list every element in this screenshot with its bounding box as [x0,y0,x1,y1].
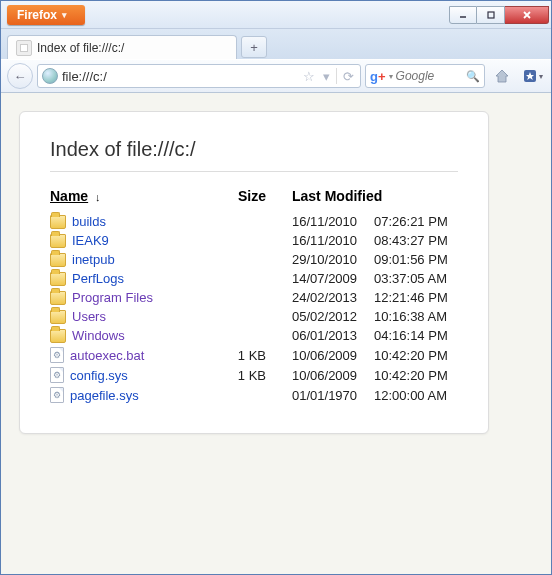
window-controls [449,6,549,24]
listing-rows: builds16/11/201007:26:21 PMIEAK916/11/20… [50,212,458,405]
bookmarks-menu-button[interactable]: ▾ [519,64,545,88]
table-row: autoexec.bat1 KB10/06/200910:42:20 PM [50,345,458,365]
maximize-icon [486,10,496,20]
column-modified-header[interactable]: Last Modified [280,188,440,204]
file-time: 08:43:27 PM [364,233,440,248]
reload-button[interactable]: ⟳ [341,69,356,84]
page-title: Index of file:///c:/ [50,138,458,172]
home-button[interactable] [489,64,515,88]
file-time: 04:16:14 PM [364,328,440,343]
url-dropdown-icon[interactable]: ▾ [321,69,332,84]
folder-icon [50,272,66,286]
file-date: 29/10/2010 [280,252,364,267]
file-time: 10:42:20 PM [364,368,440,383]
file-link[interactable]: PerfLogs [72,271,124,286]
table-row: PerfLogs14/07/200903:37:05 AM [50,269,458,288]
file-icon [50,367,64,383]
file-time: 10:16:38 AM [364,309,440,324]
file-link[interactable]: autoexec.bat [70,348,144,363]
file-link[interactable]: config.sys [70,368,128,383]
folder-icon [50,234,66,248]
folder-icon [50,310,66,324]
search-input[interactable] [396,69,463,83]
file-time: 09:01:56 PM [364,252,440,267]
bookmark-star-icon[interactable]: ☆ [301,69,317,84]
table-row: config.sys1 KB10/06/200910:42:20 PM [50,365,458,385]
tab-bar: Index of file:///c:/ + [1,29,551,59]
search-go-button[interactable]: 🔍 [466,70,480,83]
file-time: 03:37:05 AM [364,271,440,286]
file-icon [50,387,64,403]
file-link[interactable]: pagefile.sys [70,388,139,403]
folder-icon [50,291,66,305]
sort-indicator-icon: ↓ [95,191,101,203]
file-listing: Name ↓ Size Last Modified builds16/11/20… [50,184,458,405]
file-date: 14/07/2009 [280,271,364,286]
tab-active[interactable]: Index of file:///c:/ [7,35,237,59]
globe-icon [42,68,58,84]
file-time: 12:21:46 PM [364,290,440,305]
svg-rect-1 [488,12,494,18]
folder-icon [50,253,66,267]
back-button[interactable]: ← [7,63,33,89]
bookmarks-icon [522,68,538,84]
maximize-button[interactable] [477,6,505,24]
table-row: builds16/11/201007:26:21 PM [50,212,458,231]
search-bar[interactable]: g+ ▾ 🔍 [365,64,485,88]
table-row: inetpub29/10/201009:01:56 PM [50,250,458,269]
navigation-toolbar: ← ☆ ▾ ⟳ g+ ▾ 🔍 ▾ [1,59,551,93]
folder-icon [50,329,66,343]
back-arrow-icon: ← [14,69,27,84]
file-date: 05/02/2012 [280,309,364,324]
file-time: 12:00:00 AM [364,388,440,403]
plus-icon: + [250,40,258,55]
new-tab-button[interactable]: + [241,36,267,58]
file-time: 10:42:20 PM [364,348,440,363]
url-bar[interactable]: ☆ ▾ ⟳ [37,64,361,88]
page-icon [16,40,32,56]
table-row: Windows06/01/201304:16:14 PM [50,326,458,345]
file-link[interactable]: Program Files [72,290,153,305]
file-date: 16/11/2010 [280,214,364,229]
file-link[interactable]: Windows [72,328,125,343]
file-date: 10/06/2009 [280,348,364,363]
tab-title: Index of file:///c:/ [37,41,124,55]
file-date: 24/02/2013 [280,290,364,305]
table-row: pagefile.sys01/01/197012:00:00 AM [50,385,458,405]
url-input[interactable] [62,69,297,84]
file-link[interactable]: builds [72,214,106,229]
divider [336,68,337,84]
folder-icon [50,215,66,229]
minimize-button[interactable] [449,6,477,24]
file-icon [50,347,64,363]
table-row: IEAK916/11/201008:43:27 PM [50,231,458,250]
close-button[interactable] [505,6,549,24]
table-row: Program Files24/02/201312:21:46 PM [50,288,458,307]
close-icon [521,9,533,21]
file-size: 1 KB [220,368,280,383]
firefox-menu-button[interactable]: Firefox [7,5,85,25]
home-icon [493,67,511,85]
file-date: 01/01/1970 [280,388,364,403]
app-name: Firefox [17,8,57,22]
directory-listing-page: Index of file:///c:/ Name ↓ Size Last Mo… [19,111,489,434]
titlebar: Firefox [1,1,551,29]
listing-header: Name ↓ Size Last Modified [50,184,458,212]
file-date: 16/11/2010 [280,233,364,248]
file-link[interactable]: IEAK9 [72,233,109,248]
minimize-icon [458,10,468,20]
file-link[interactable]: Users [72,309,106,324]
table-row: Users05/02/201210:16:38 AM [50,307,458,326]
file-date: 06/01/2013 [280,328,364,343]
content-area: Index of file:///c:/ Name ↓ Size Last Mo… [1,93,551,574]
search-engine-dropdown-icon[interactable]: ▾ [389,72,393,81]
column-name-header[interactable]: Name [50,188,88,204]
google-logo-icon: g+ [370,69,386,84]
file-link[interactable]: inetpub [72,252,115,267]
file-size: 1 KB [220,348,280,363]
browser-window: Firefox Index of file:///c:/ + ← [0,0,552,575]
file-time: 07:26:21 PM [364,214,440,229]
column-size-header[interactable]: Size [220,188,280,204]
chevron-down-icon: ▾ [539,72,543,81]
file-date: 10/06/2009 [280,368,364,383]
